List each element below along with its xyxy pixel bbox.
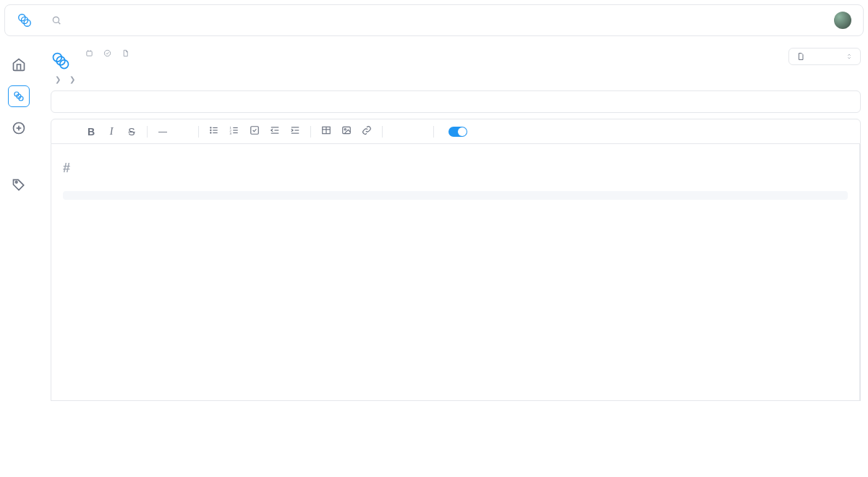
link-icon — [362, 125, 372, 135]
svg-point-18 — [210, 130, 211, 130]
tb-strike[interactable]: S — [127, 126, 137, 138]
tb-ul[interactable] — [209, 125, 219, 138]
tb-indent[interactable] — [290, 125, 300, 138]
sidenav-home[interactable] — [8, 54, 30, 75]
ol-icon: 123 — [229, 125, 239, 135]
sidenav — [0, 41, 38, 415]
tb-outdent[interactable] — [270, 125, 280, 138]
svg-text:3: 3 — [230, 132, 232, 135]
svg-point-11 — [15, 181, 17, 183]
tb-hr[interactable]: — — [158, 127, 168, 137]
brand-logo-icon — [17, 12, 33, 28]
search-input[interactable] — [66, 15, 210, 26]
search-icon — [51, 15, 61, 25]
meta-row — [78, 49, 132, 57]
wiki-type-select[interactable] — [788, 48, 861, 65]
tb-italic[interactable]: I — [106, 126, 116, 138]
doc-icon — [122, 49, 129, 57]
sidenav-links[interactable] — [8, 85, 30, 107]
svg-rect-15 — [87, 51, 92, 56]
sidenav-tag[interactable] — [8, 174, 30, 195]
svg-point-17 — [210, 127, 211, 128]
image-icon — [341, 125, 352, 135]
topbar — [4, 4, 864, 36]
table-icon — [321, 125, 331, 135]
svg-point-16 — [104, 50, 110, 56]
meta-box — [85, 49, 96, 57]
chevron-right-icon: ❯ — [69, 75, 75, 83]
doc-icon — [796, 52, 805, 61]
avatar[interactable] — [834, 12, 851, 29]
svg-point-40 — [344, 129, 346, 130]
tb-link[interactable] — [362, 125, 372, 138]
meta-doc — [122, 49, 132, 57]
wiki-title-input[interactable] — [51, 90, 861, 113]
updown-icon — [846, 53, 853, 60]
markdown-source-pane[interactable]: # — [51, 144, 860, 400]
chain-icon — [12, 90, 25, 103]
tag-icon — [12, 177, 26, 192]
brand[interactable] — [17, 12, 37, 28]
box-icon — [85, 49, 93, 57]
check-square-icon — [250, 125, 260, 135]
tb-image[interactable] — [341, 125, 352, 138]
tb-table[interactable] — [321, 125, 331, 138]
scroll-sync-toggle[interactable] — [444, 127, 467, 137]
meta-check — [103, 49, 114, 57]
check-circle-icon — [103, 49, 111, 57]
home-icon — [12, 57, 26, 72]
outdent-icon — [270, 125, 280, 135]
sidenav-add[interactable] — [8, 117, 30, 139]
tb-ol[interactable]: 123 — [229, 125, 239, 138]
page-icon — [51, 51, 71, 71]
tb-bold[interactable]: B — [86, 126, 96, 138]
svg-point-3 — [53, 17, 59, 22]
svg-rect-29 — [251, 127, 259, 135]
search-container — [51, 15, 210, 26]
tb-task[interactable] — [250, 125, 260, 138]
ul-icon — [209, 125, 219, 135]
plus-circle-icon — [12, 121, 26, 135]
indent-icon — [290, 125, 300, 135]
toggle-switch-icon — [448, 127, 467, 137]
svg-point-19 — [210, 132, 211, 133]
chevron-right-icon: ❯ — [55, 75, 61, 83]
breadcrumb: ❯ ❯ — [51, 75, 861, 83]
editor-toolbar: B I S — 123 — [51, 119, 861, 144]
svg-line-4 — [58, 22, 60, 24]
